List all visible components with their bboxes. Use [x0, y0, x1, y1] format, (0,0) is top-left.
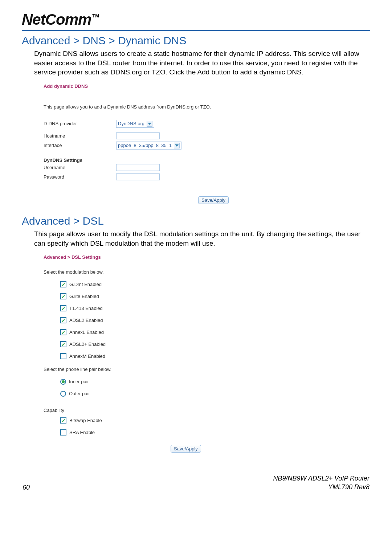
document-page: NetComm TM Advanced > DNS > Dynamic DNS … [0, 0, 392, 502]
provider-select[interactable]: DynDNS.org [116, 120, 154, 128]
brand-logo: NetComm [22, 11, 91, 28]
checkbox-icon[interactable] [60, 293, 66, 299]
section-dsl-title: Advanced > DSL [22, 215, 370, 227]
hostname-row: Hostname [44, 131, 370, 141]
hostname-input[interactable] [116, 132, 160, 139]
username-row: Username [44, 163, 370, 172]
save-apply-button[interactable]: Save/Apply [198, 196, 229, 204]
pair-option: Outer pair [44, 388, 370, 400]
checkbox-icon[interactable] [60, 281, 66, 287]
checkbox-icon[interactable] [60, 353, 66, 359]
dsl-panel: Advanced > DSL Settings Select the modul… [44, 254, 370, 453]
modulation-option: AnnexM Enabled [44, 350, 370, 362]
dsl-button-row: Save/Apply [44, 445, 370, 453]
modulation-option: AnnexL Enabled [44, 326, 370, 338]
pair-option-label: Inner pair [69, 379, 89, 384]
modulation-option-label: AnnexL Enabled [69, 330, 104, 335]
capability-list: Bitswap EnableSRA Enable [44, 414, 370, 438]
ddns-panel: Add dynamic DDNS This page allows you to… [44, 83, 370, 204]
page-number: 60 [23, 484, 30, 491]
checkbox-icon[interactable] [60, 329, 66, 335]
provider-row: D-DNS provider DynDNS.org [44, 119, 370, 128]
dyndns-settings-heading: DynDNS Settings [44, 158, 370, 163]
checkbox-icon[interactable] [60, 317, 66, 323]
save-apply-button[interactable]: Save/Apply [171, 445, 201, 453]
modulation-list: G.Dmt EnabledG.lite EnabledT1.413 Enable… [44, 278, 370, 362]
header-rule [22, 30, 370, 31]
section-dsl-body: This page allows user to modify the DSL … [22, 229, 370, 248]
hostname-label: Hostname [44, 133, 116, 139]
modulation-option-label: AnnexM Enabled [69, 353, 105, 359]
page-footer: 60 NB9/NB9W ADSL2+ VoIP Router YML790 Re… [22, 474, 370, 491]
password-row: Password [44, 172, 370, 182]
password-label: Password [44, 174, 116, 180]
provider-value: DynDNS.org [118, 121, 144, 126]
dsl-panel-heading: Advanced > DSL Settings [44, 254, 370, 260]
modulation-option-label: ADSL2 Enabled [69, 318, 103, 323]
checkbox-icon[interactable] [60, 417, 66, 424]
modulation-option-label: G.Dmt Enabled [69, 282, 102, 287]
radio-icon[interactable] [60, 391, 66, 397]
checkbox-icon[interactable] [60, 305, 66, 311]
interface-row: Interface pppoe_8_35/ppp_8_35_1 [44, 141, 370, 150]
ddns-button-row: Save/Apply [44, 196, 370, 204]
pair-label: Select the phone line pair below. [44, 367, 370, 372]
trademark-icon: TM [92, 13, 99, 19]
capability-option-label: Bitswap Enable [69, 418, 102, 423]
username-label: Username [44, 165, 116, 170]
chevron-down-icon [174, 143, 180, 148]
interface-select[interactable]: pppoe_8_35/ppp_8_35_1 [116, 142, 181, 150]
ddns-panel-heading: Add dynamic DDNS [44, 83, 370, 89]
pair-option-label: Outer pair [69, 391, 90, 396]
capability-option: Bitswap Enable [44, 414, 370, 426]
ddns-panel-desc: This page allows you to add a Dynamic DN… [44, 104, 370, 110]
capability-label: Capability [44, 408, 370, 413]
footer-right: NB9/NB9W ADSL2+ VoIP Router YML790 Rev8 [273, 474, 369, 491]
password-input[interactable] [116, 173, 160, 180]
modulation-option: G.lite Enabled [44, 290, 370, 302]
username-input[interactable] [116, 164, 160, 171]
checkbox-icon[interactable] [60, 341, 66, 347]
brand-row: NetComm TM [22, 11, 370, 28]
modulation-option: G.Dmt Enabled [44, 278, 370, 290]
section-ddns-body: Dynamic DNS allows users to create a sta… [22, 49, 370, 77]
interface-label: Interface [44, 143, 116, 148]
modulation-option-label: T1.413 Enabled [69, 306, 103, 311]
footer-model: NB9/NB9W ADSL2+ VoIP Router [273, 475, 369, 482]
pair-list: Inner pairOuter pair [44, 376, 370, 400]
modulation-option: ADSL2+ Enabled [44, 338, 370, 350]
capability-option-label: SRA Enable [69, 430, 95, 435]
pair-option: Inner pair [44, 376, 370, 388]
interface-value: pppoe_8_35/ppp_8_35_1 [118, 143, 172, 148]
modulation-option: ADSL2 Enabled [44, 314, 370, 326]
section-ddns-title: Advanced > DNS > Dynamic DNS [22, 34, 370, 47]
modulation-label: Select the modulation below. [44, 269, 370, 275]
provider-label: D-DNS provider [44, 121, 116, 126]
modulation-option: T1.413 Enabled [44, 302, 370, 314]
checkbox-icon[interactable] [60, 429, 66, 436]
modulation-option-label: G.lite Enabled [69, 294, 99, 299]
footer-doc: YML790 Rev8 [328, 483, 369, 491]
modulation-option-label: ADSL2+ Enabled [69, 342, 106, 347]
chevron-down-icon [147, 121, 152, 127]
radio-icon[interactable] [60, 379, 66, 385]
capability-option: SRA Enable [44, 426, 370, 438]
